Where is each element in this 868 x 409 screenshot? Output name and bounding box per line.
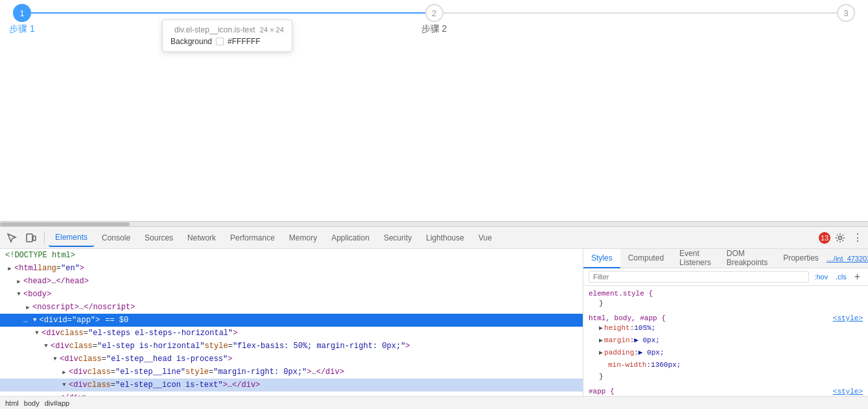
- tooltip-bg-row: Background #FFFFFF: [170, 37, 284, 46]
- step-2-wrapper: 2 步骤 2: [425, 4, 838, 22]
- step-1-circle[interactable]: 1: [13, 4, 31, 22]
- step-2-label: 步骤 2: [421, 23, 447, 35]
- steps-bar: 1 步骤 1 2 步骤 2 3: [0, 0, 868, 26]
- element-tooltip: div.el-step__icon.is-text 24 × 24 Backgr…: [162, 19, 292, 52]
- step-1-line: [31, 12, 425, 14]
- step-3-circle[interactable]: 3: [837, 4, 855, 22]
- bg-label: Background: [170, 37, 212, 46]
- bg-value: #FFFFFF: [228, 37, 261, 46]
- tooltip-tag: div.el-step__icon.is-text 24 × 24: [170, 25, 284, 34]
- color-swatch: [216, 38, 224, 45]
- page-area: 1 步骤 1 2 步骤 2 3 div.el-step__ico: [0, 0, 868, 220]
- step-3-wrapper: 3: [837, 4, 855, 22]
- step-2-circle[interactable]: 2: [425, 4, 443, 22]
- step-1-label: 步骤 1: [9, 23, 35, 35]
- step-2-line: [443, 12, 838, 14]
